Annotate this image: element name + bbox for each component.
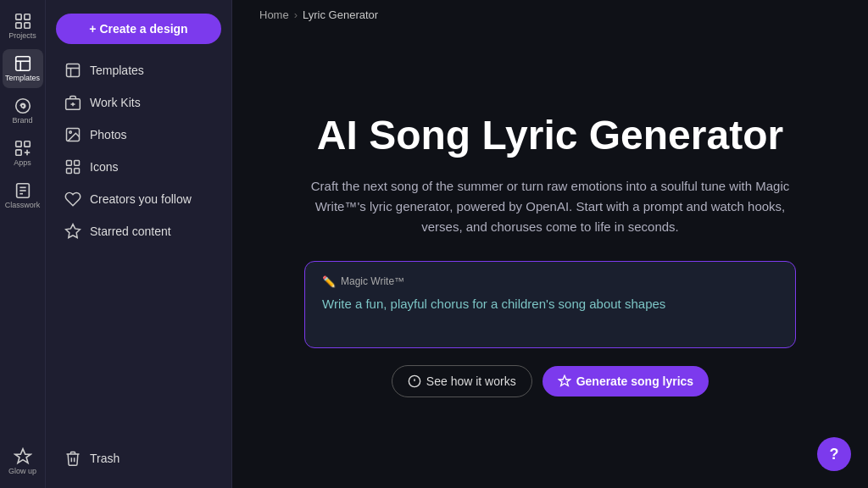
svg-point-25	[70, 131, 72, 134]
svg-rect-0	[15, 14, 20, 19]
work-kits-nav-label: Work Kits	[90, 96, 141, 109]
work-kits-icon	[64, 94, 81, 111]
magic-write-icon: ✏️	[322, 275, 336, 288]
main-sidebar: + Create a design Templates Work Kits	[46, 0, 232, 488]
generate-button[interactable]: Generate song lyrics	[542, 366, 709, 396]
svg-rect-9	[15, 141, 20, 146]
lyric-input-card: ✏️ Magic Write™	[304, 261, 796, 348]
sidebar-icon-brand[interactable]: Brand	[3, 92, 43, 130]
sidebar-icon-templates[interactable]: Templates	[3, 49, 43, 88]
hero-title: AI Song Lyric Generator	[317, 112, 783, 158]
create-design-button[interactable]: + Create a design	[56, 14, 221, 44]
generate-icon	[558, 374, 571, 388]
hero-section: AI Song Lyric Generator Craft the next s…	[232, 30, 868, 488]
projects-icon	[14, 12, 32, 30]
trash-icon	[64, 450, 81, 467]
svg-rect-26	[67, 161, 72, 166]
input-card-label: ✏️ Magic Write™	[322, 275, 778, 288]
apps-label: Apps	[14, 159, 31, 168]
svg-point-8	[21, 104, 25, 108]
svg-rect-29	[75, 169, 80, 174]
nav-item-work-kits[interactable]: Work Kits	[51, 86, 226, 119]
photos-nav-label: Photos	[90, 128, 127, 141]
svg-rect-28	[67, 169, 72, 174]
generate-label: Generate song lyrics	[576, 374, 694, 388]
help-button[interactable]: ?	[817, 437, 851, 471]
main-content: Home › Lyric Generator AI Song Lyric Gen…	[232, 0, 868, 488]
brand-label: Brand	[12, 117, 32, 125]
templates-nav-icon	[64, 62, 81, 79]
sidebar-icon-glow-up[interactable]: Glow up	[3, 442, 43, 481]
see-how-label: See how it works	[426, 374, 516, 388]
icons-nav-icon	[64, 158, 81, 175]
svg-rect-3	[24, 23, 29, 28]
sidebar-icon-apps[interactable]: Apps	[3, 134, 43, 173]
photos-icon	[64, 126, 81, 143]
icon-sidebar: Projects Templates Brand	[0, 0, 46, 488]
templates-icon	[14, 54, 32, 73]
projects-label: Projects	[8, 32, 36, 41]
svg-point-7	[15, 99, 30, 114]
breadcrumb-home[interactable]: Home	[259, 8, 289, 21]
nav-item-starred[interactable]: Starred content	[51, 215, 226, 247]
svg-rect-18	[67, 64, 80, 77]
svg-rect-27	[75, 161, 80, 166]
apps-icon	[14, 139, 32, 158]
svg-rect-4	[15, 57, 30, 71]
classwork-icon	[14, 181, 32, 200]
hero-description: Craft the next song of the summer or tur…	[304, 176, 796, 237]
icons-nav-label: Icons	[90, 160, 118, 174]
breadcrumb-current: Lyric Generator	[303, 8, 378, 21]
trash-nav-label: Trash	[90, 452, 120, 465]
starred-icon	[64, 223, 81, 240]
glow-up-icon	[14, 447, 32, 466]
sidebar-icon-classwork[interactable]: Classwork	[3, 176, 43, 215]
magic-write-label: Magic Write™	[341, 275, 404, 287]
nav-item-icons[interactable]: Icons	[51, 151, 226, 183]
sidebar-spacer	[46, 247, 231, 442]
lyric-prompt-input[interactable]	[322, 295, 778, 330]
see-how-button[interactable]: See how it works	[392, 365, 532, 397]
svg-rect-11	[15, 150, 20, 155]
breadcrumb-separator: ›	[294, 8, 298, 21]
nav-item-creators[interactable]: Creators you follow	[51, 183, 226, 215]
svg-marker-30	[66, 225, 81, 238]
sidebar-icon-projects[interactable]: Projects	[3, 7, 43, 46]
svg-rect-2	[15, 23, 20, 28]
glow-up-label: Glow up	[8, 468, 36, 476]
starred-nav-label: Starred content	[90, 225, 171, 238]
brand-icon	[14, 97, 32, 115]
svg-rect-1	[24, 14, 29, 19]
icon-sidebar-top: Projects Templates Brand	[0, 7, 45, 214]
nav-item-photos[interactable]: Photos	[51, 119, 226, 151]
svg-rect-10	[24, 141, 29, 146]
templates-nav-label: Templates	[90, 64, 144, 77]
info-icon	[408, 374, 421, 388]
icon-sidebar-bottom: Glow up	[0, 442, 45, 481]
templates-label: Templates	[5, 75, 40, 83]
nav-item-templates[interactable]: Templates	[51, 54, 226, 86]
action-buttons: See how it works Generate song lyrics	[392, 365, 709, 397]
classwork-label: Classwork	[5, 202, 41, 210]
creators-icon	[64, 191, 81, 208]
creators-nav-label: Creators you follow	[90, 192, 192, 206]
nav-item-trash[interactable]: Trash	[51, 442, 226, 474]
breadcrumb: Home › Lyric Generator	[232, 0, 868, 30]
